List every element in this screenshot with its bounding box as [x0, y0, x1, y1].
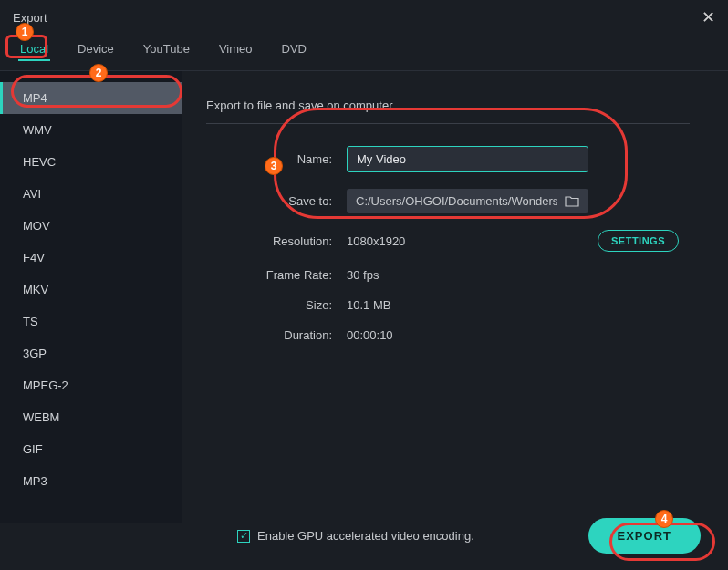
export-button[interactable]: EXPORT: [588, 518, 701, 554]
format-3gp[interactable]: 3GP: [0, 337, 182, 369]
format-hevc[interactable]: HEVC: [0, 146, 182, 178]
close-icon[interactable]: ✕: [702, 7, 715, 27]
saveto-path[interactable]: C:/Users/OHGOI/Documents/Wondershare: [347, 189, 588, 213]
section-header: Export to file and save on computer: [206, 98, 690, 124]
tab-device[interactable]: Device: [76, 38, 116, 61]
format-mov[interactable]: MOV: [0, 210, 182, 242]
gpu-label: Enable GPU accelerated video encoding.: [257, 529, 474, 543]
size-value: 10.1 MB: [347, 298, 390, 312]
size-label: Size:: [206, 298, 347, 312]
format-mp3[interactable]: MP3: [0, 465, 182, 497]
check-icon: ✓: [240, 531, 248, 541]
window-title: Export: [13, 11, 47, 25]
tab-youtube[interactable]: YouTube: [141, 38, 192, 61]
format-webm[interactable]: WEBM: [0, 401, 182, 433]
tab-vimeo[interactable]: Vimeo: [217, 38, 255, 61]
format-ts[interactable]: TS: [0, 306, 182, 337]
resolution-label: Resolution:: [206, 234, 347, 248]
gpu-checkbox-row[interactable]: ✓ Enable GPU accelerated video encoding.: [237, 529, 474, 543]
format-mkv[interactable]: MKV: [0, 274, 182, 306]
framerate-value: 30 fps: [347, 268, 379, 282]
format-gif[interactable]: GIF: [0, 433, 182, 465]
format-mp4[interactable]: MP4: [0, 82, 182, 114]
format-sidebar: MP4 WMV HEVC AVI MOV F4V MKV TS 3GP MPEG…: [0, 71, 182, 523]
gpu-checkbox[interactable]: ✓: [237, 530, 250, 543]
framerate-label: Frame Rate:: [206, 268, 347, 282]
tab-dvd[interactable]: DVD: [280, 38, 308, 61]
name-input[interactable]: [347, 146, 588, 172]
format-mpeg2[interactable]: MPEG-2: [0, 369, 182, 401]
export-tabs: Local Device YouTube Vimeo DVD: [0, 31, 728, 71]
saveto-value: C:/Users/OHGOI/Documents/Wondershare: [356, 194, 557, 208]
saveto-label: Save to:: [206, 194, 347, 208]
resolution-value: 1080x1920: [347, 234, 405, 248]
folder-icon[interactable]: [565, 195, 579, 207]
format-avi[interactable]: AVI: [0, 178, 182, 210]
name-label: Name:: [206, 152, 347, 166]
settings-button[interactable]: SETTINGS: [598, 230, 679, 252]
format-wmv[interactable]: WMV: [0, 114, 182, 146]
duration-label: Duration:: [206, 328, 347, 342]
tab-local[interactable]: Local: [18, 38, 50, 61]
duration-value: 00:00:10: [347, 328, 393, 342]
format-f4v[interactable]: F4V: [0, 242, 182, 274]
